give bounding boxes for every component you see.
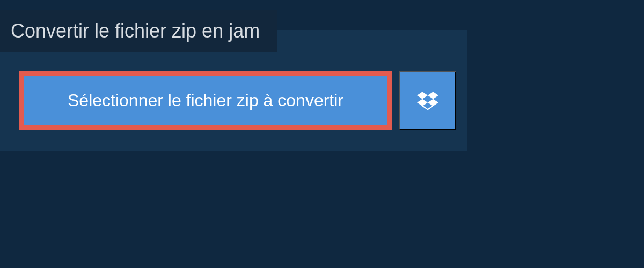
select-file-button[interactable]: Sélectionner le fichier zip à convertir xyxy=(19,71,392,130)
dropbox-button[interactable] xyxy=(399,71,456,130)
dropbox-icon xyxy=(417,90,438,111)
button-row: Sélectionner le fichier zip à convertir xyxy=(0,52,467,130)
page-title: Convertir le fichier zip en jam xyxy=(11,20,260,42)
converter-panel: Convertir le fichier zip en jam Sélectio… xyxy=(0,30,467,151)
heading-bar: Convertir le fichier zip en jam xyxy=(0,10,277,52)
